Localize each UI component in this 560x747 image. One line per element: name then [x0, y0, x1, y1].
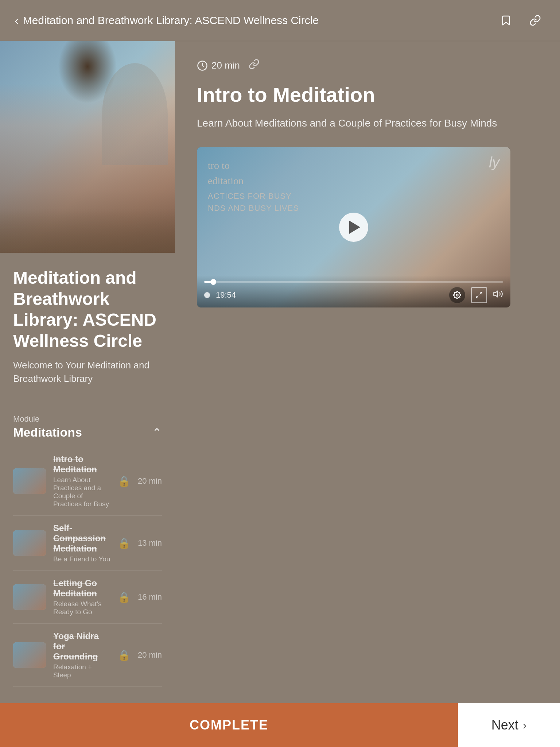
back-button[interactable]: ‹ Meditation and Breathwork Library: ASC…: [15, 14, 496, 27]
lock-icon: 🔒: [118, 537, 131, 549]
complete-button[interactable]: COMPLETE: [0, 703, 458, 747]
lesson-thumbnail: [13, 642, 46, 668]
svg-marker-4: [494, 291, 498, 297]
lesson-info: Self-Compassion Meditation Be a Friend t…: [53, 523, 110, 563]
svg-line-2: [480, 293, 482, 295]
video-bottom-controls: 19:54: [204, 287, 503, 303]
course-info-left: Meditation and Breathwork Library: ASCEN…: [0, 253, 175, 407]
lesson-info: Yoga Nidra for Grounding Relaxation + Sl…: [53, 631, 110, 679]
lesson-subtitle: Relaxation + Sleep: [53, 663, 110, 679]
progress-bar[interactable]: [204, 281, 503, 283]
module-label: Module: [13, 414, 162, 424]
bottom-action-bar: COMPLETE Next ›: [0, 703, 560, 747]
right-panel: 20 min Intro to Meditation Learn About M…: [175, 41, 560, 738]
back-icon: ‹: [15, 14, 19, 27]
lock-icon: 🔒: [118, 475, 131, 487]
lesson-duration: 20 min: [138, 650, 162, 660]
next-button[interactable]: Next ›: [458, 703, 560, 747]
lesson-title: Self-Compassion Meditation: [53, 523, 110, 554]
lesson-thumbnail: [13, 584, 46, 610]
lesson-thumbnail: [13, 468, 46, 494]
next-label: Next: [491, 717, 518, 733]
lesson-subtitle: Release What's Ready to Go: [53, 600, 110, 616]
lesson-info: Intro to Meditation Learn About Practice…: [53, 454, 110, 508]
lesson-meta: 20 min: [197, 59, 538, 72]
overlay-line4: NDS AND BUSY LIVES: [208, 202, 299, 214]
share-button[interactable]: [525, 10, 545, 31]
settings-button[interactable]: [449, 287, 465, 303]
video-time: 19:54: [216, 290, 236, 300]
left-panel: Meditation and Breathwork Library: ASCEN…: [0, 41, 175, 738]
header-title: Meditation and Breathwork Library: ASCEN…: [23, 14, 319, 27]
lesson-duration: 16 min: [138, 592, 162, 602]
fullscreen-button[interactable]: [471, 287, 487, 303]
lesson-subtitle: Be a Friend to You: [53, 555, 110, 563]
module-header: Meditations ⌃: [13, 425, 162, 440]
progress-dot: [210, 279, 216, 285]
play-button[interactable]: [339, 213, 368, 242]
volume-button[interactable]: [493, 289, 503, 302]
video-right-controls: [449, 287, 503, 303]
svg-point-1: [456, 294, 458, 296]
module-collapse-button[interactable]: ⌃: [152, 426, 162, 440]
play-icon: [349, 221, 360, 234]
svg-line-3: [477, 296, 479, 298]
lesson-subtitle: Learn About Practices and a Couple of Pr…: [53, 476, 110, 508]
video-text-overlay: tro to editation ACTICES FOR BUSY NDS AN…: [208, 158, 299, 214]
lesson-list: Intro to Meditation Learn About Practice…: [13, 447, 162, 687]
lesson-link-icon[interactable]: [249, 59, 260, 72]
lock-icon: 🔒: [118, 591, 131, 603]
main-content: Meditation and Breathwork Library: ASCEN…: [0, 41, 560, 738]
lesson-duration: 20 min: [138, 476, 162, 486]
lesson-duration: 13 min: [138, 538, 162, 548]
video-left-controls: 19:54: [204, 290, 236, 300]
lesson-item[interactable]: Self-Compassion Meditation Be a Friend t…: [13, 516, 162, 571]
bookmark-button[interactable]: [496, 10, 516, 31]
lock-icon: 🔒: [118, 649, 131, 661]
lesson-item[interactable]: Yoga Nidra for Grounding Relaxation + Sl…: [13, 624, 162, 687]
module-name: Meditations: [13, 425, 82, 440]
lesson-item[interactable]: Intro to Meditation Learn About Practice…: [13, 447, 162, 516]
header-actions: [496, 10, 545, 31]
course-title: Meditation and Breathwork Library: ASCEN…: [13, 267, 162, 351]
overlay-line2: editation: [208, 173, 299, 189]
lesson-description: Learn About Meditations and a Couple of …: [197, 116, 538, 131]
hero-image: [0, 41, 175, 253]
lesson-title-right: Intro to Meditation: [197, 82, 538, 107]
lesson-title: Letting Go Meditation: [53, 578, 110, 599]
lesson-title: Intro to Meditation: [53, 454, 110, 475]
lesson-info: Letting Go Meditation Release What's Rea…: [53, 578, 110, 616]
lesson-title: Yoga Nidra for Grounding: [53, 631, 110, 662]
duration-text: 20 min: [211, 60, 240, 71]
course-subtitle: Welcome to Your Meditation and Breathwor…: [13, 359, 162, 385]
video-player[interactable]: tro to editation ACTICES FOR BUSY NDS AN…: [197, 147, 510, 307]
next-arrow-icon: ›: [523, 719, 527, 732]
video-dot: [204, 292, 210, 298]
lesson-duration-display: 20 min: [197, 60, 240, 71]
overlay-line1: tro to: [208, 158, 299, 173]
video-watermark: ly: [489, 154, 499, 171]
module-section: Module Meditations ⌃ Intro to Meditation…: [0, 407, 175, 694]
video-controls: 19:54: [197, 275, 510, 307]
lesson-thumbnail: [13, 530, 46, 556]
overlay-line3: ACTICES FOR BUSY: [208, 190, 299, 202]
lesson-item[interactable]: Letting Go Meditation Release What's Rea…: [13, 571, 162, 624]
app-header: ‹ Meditation and Breathwork Library: ASC…: [0, 0, 560, 41]
